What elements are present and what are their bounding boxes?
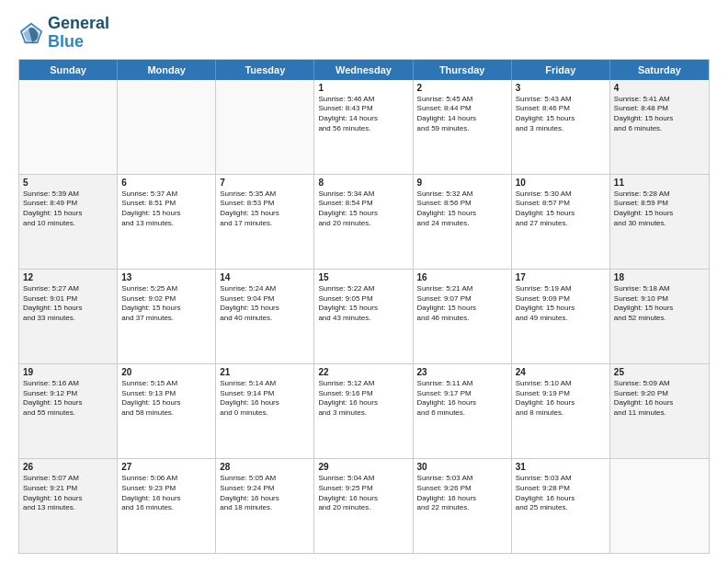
empty-cell [118, 80, 216, 174]
day-info: Sunrise: 5:07 AM Sunset: 9:21 PM Dayligh… [23, 474, 113, 513]
header-day-monday: Monday [118, 60, 216, 80]
day-info: Sunrise: 5:05 AM Sunset: 9:24 PM Dayligh… [220, 474, 310, 513]
day-number: 8 [318, 178, 408, 188]
day-cell-26: 26Sunrise: 5:07 AM Sunset: 9:21 PM Dayli… [19, 459, 118, 553]
calendar-row-1: 5Sunrise: 5:39 AM Sunset: 8:49 PM Daylig… [19, 174, 709, 269]
header: General Blue [18, 15, 710, 52]
day-number: 9 [417, 178, 507, 188]
day-cell-31: 31Sunrise: 5:03 AM Sunset: 9:28 PM Dayli… [512, 459, 610, 553]
day-info: Sunrise: 5:16 AM Sunset: 9:12 PM Dayligh… [23, 379, 113, 419]
calendar-body: 1Sunrise: 5:46 AM Sunset: 8:43 PM Daylig… [19, 80, 709, 553]
day-cell-5: 5Sunrise: 5:39 AM Sunset: 8:49 PM Daylig… [19, 175, 118, 269]
calendar-header: SundayMondayTuesdayWednesdayThursdayFrid… [19, 60, 709, 80]
day-number: 27 [121, 462, 211, 472]
day-info: Sunrise: 5:10 AM Sunset: 9:19 PM Dayligh… [516, 379, 606, 419]
day-info: Sunrise: 5:03 AM Sunset: 9:28 PM Dayligh… [516, 474, 606, 513]
day-cell-21: 21Sunrise: 5:14 AM Sunset: 9:14 PM Dayli… [216, 364, 314, 458]
calendar-row-3: 19Sunrise: 5:16 AM Sunset: 9:12 PM Dayli… [19, 363, 709, 458]
day-number: 1 [318, 83, 408, 93]
day-cell-4: 4Sunrise: 5:41 AM Sunset: 8:48 PM Daylig… [610, 80, 709, 174]
day-number: 17 [516, 272, 606, 282]
day-info: Sunrise: 5:03 AM Sunset: 9:26 PM Dayligh… [417, 474, 507, 513]
day-number: 31 [516, 462, 606, 472]
logo-text: General Blue [48, 15, 109, 52]
day-number: 4 [614, 83, 705, 93]
day-info: Sunrise: 5:35 AM Sunset: 8:53 PM Dayligh… [220, 190, 310, 229]
day-cell-24: 24Sunrise: 5:10 AM Sunset: 9:19 PM Dayli… [512, 364, 610, 458]
calendar-row-4: 26Sunrise: 5:07 AM Sunset: 9:21 PM Dayli… [19, 458, 709, 553]
day-cell-18: 18Sunrise: 5:18 AM Sunset: 9:10 PM Dayli… [610, 270, 709, 363]
day-info: Sunrise: 5:46 AM Sunset: 8:43 PM Dayligh… [318, 95, 408, 134]
day-cell-23: 23Sunrise: 5:11 AM Sunset: 9:17 PM Dayli… [414, 364, 512, 458]
day-cell-22: 22Sunrise: 5:12 AM Sunset: 9:16 PM Dayli… [314, 364, 413, 458]
day-cell-16: 16Sunrise: 5:21 AM Sunset: 9:07 PM Dayli… [414, 270, 512, 363]
day-cell-14: 14Sunrise: 5:24 AM Sunset: 9:04 PM Dayli… [216, 270, 314, 363]
day-info: Sunrise: 5:30 AM Sunset: 8:57 PM Dayligh… [516, 190, 606, 229]
day-info: Sunrise: 5:27 AM Sunset: 9:01 PM Dayligh… [23, 284, 113, 324]
day-info: Sunrise: 5:21 AM Sunset: 9:07 PM Dayligh… [417, 284, 507, 324]
header-day-sunday: Sunday [19, 60, 118, 80]
day-info: Sunrise: 5:37 AM Sunset: 8:51 PM Dayligh… [121, 190, 211, 229]
day-cell-10: 10Sunrise: 5:30 AM Sunset: 8:57 PM Dayli… [512, 175, 610, 269]
day-cell-19: 19Sunrise: 5:16 AM Sunset: 9:12 PM Dayli… [19, 364, 118, 458]
day-number: 7 [220, 178, 310, 188]
day-info: Sunrise: 5:45 AM Sunset: 8:44 PM Dayligh… [417, 95, 507, 134]
day-info: Sunrise: 5:14 AM Sunset: 9:14 PM Dayligh… [220, 379, 310, 419]
day-number: 13 [121, 272, 211, 282]
logo: General Blue [18, 15, 109, 52]
day-cell-25: 25Sunrise: 5:09 AM Sunset: 9:20 PM Dayli… [610, 364, 709, 458]
day-number: 10 [516, 178, 606, 188]
day-info: Sunrise: 5:18 AM Sunset: 9:10 PM Dayligh… [614, 284, 705, 324]
day-info: Sunrise: 5:25 AM Sunset: 9:02 PM Dayligh… [121, 284, 211, 324]
day-info: Sunrise: 5:19 AM Sunset: 9:09 PM Dayligh… [516, 284, 606, 324]
day-number: 3 [516, 83, 606, 93]
day-info: Sunrise: 5:28 AM Sunset: 8:59 PM Dayligh… [614, 190, 705, 229]
day-cell-2: 2Sunrise: 5:45 AM Sunset: 8:44 PM Daylig… [414, 80, 512, 174]
day-info: Sunrise: 5:34 AM Sunset: 8:54 PM Dayligh… [318, 190, 408, 229]
calendar-row-0: 1Sunrise: 5:46 AM Sunset: 8:43 PM Daylig… [19, 80, 709, 174]
day-info: Sunrise: 5:15 AM Sunset: 9:13 PM Dayligh… [121, 379, 211, 419]
day-cell-3: 3Sunrise: 5:43 AM Sunset: 8:46 PM Daylig… [512, 80, 610, 174]
day-number: 24 [516, 367, 606, 377]
day-info: Sunrise: 5:12 AM Sunset: 9:16 PM Dayligh… [318, 379, 408, 419]
day-cell-6: 6Sunrise: 5:37 AM Sunset: 8:51 PM Daylig… [118, 175, 216, 269]
day-cell-9: 9Sunrise: 5:32 AM Sunset: 8:56 PM Daylig… [414, 175, 512, 269]
empty-cell [19, 80, 118, 174]
day-info: Sunrise: 5:09 AM Sunset: 9:20 PM Dayligh… [614, 379, 705, 419]
page: General Blue SundayMondayTuesdayWednesda… [0, 0, 728, 563]
empty-cell [216, 80, 314, 174]
day-info: Sunrise: 5:24 AM Sunset: 9:04 PM Dayligh… [220, 284, 310, 324]
day-number: 2 [417, 83, 507, 93]
day-number: 23 [417, 367, 507, 377]
day-number: 19 [23, 367, 113, 377]
header-day-thursday: Thursday [414, 60, 512, 80]
empty-cell [610, 459, 709, 553]
day-info: Sunrise: 5:32 AM Sunset: 8:56 PM Dayligh… [417, 190, 507, 229]
day-cell-15: 15Sunrise: 5:22 AM Sunset: 9:05 PM Dayli… [314, 270, 413, 363]
day-number: 5 [23, 178, 113, 188]
day-cell-28: 28Sunrise: 5:05 AM Sunset: 9:24 PM Dayli… [216, 459, 314, 553]
day-cell-12: 12Sunrise: 5:27 AM Sunset: 9:01 PM Dayli… [19, 270, 118, 363]
day-cell-30: 30Sunrise: 5:03 AM Sunset: 9:26 PM Dayli… [414, 459, 512, 553]
day-number: 15 [318, 272, 408, 282]
day-number: 11 [614, 178, 705, 188]
day-number: 26 [23, 462, 113, 472]
day-number: 29 [318, 462, 408, 472]
header-day-saturday: Saturday [610, 60, 709, 80]
day-number: 30 [417, 462, 507, 472]
header-day-tuesday: Tuesday [216, 60, 314, 80]
day-number: 6 [121, 178, 211, 188]
day-info: Sunrise: 5:41 AM Sunset: 8:48 PM Dayligh… [614, 95, 705, 134]
day-info: Sunrise: 5:04 AM Sunset: 9:25 PM Dayligh… [318, 474, 408, 513]
header-day-friday: Friday [512, 60, 610, 80]
day-cell-7: 7Sunrise: 5:35 AM Sunset: 8:53 PM Daylig… [216, 175, 314, 269]
day-info: Sunrise: 5:06 AM Sunset: 9:23 PM Dayligh… [121, 474, 211, 513]
day-number: 22 [318, 367, 408, 377]
day-number: 16 [417, 272, 507, 282]
day-number: 21 [220, 367, 310, 377]
day-number: 14 [220, 272, 310, 282]
day-cell-13: 13Sunrise: 5:25 AM Sunset: 9:02 PM Dayli… [118, 270, 216, 363]
day-number: 12 [23, 272, 113, 282]
day-info: Sunrise: 5:39 AM Sunset: 8:49 PM Dayligh… [23, 190, 113, 229]
day-number: 28 [220, 462, 310, 472]
